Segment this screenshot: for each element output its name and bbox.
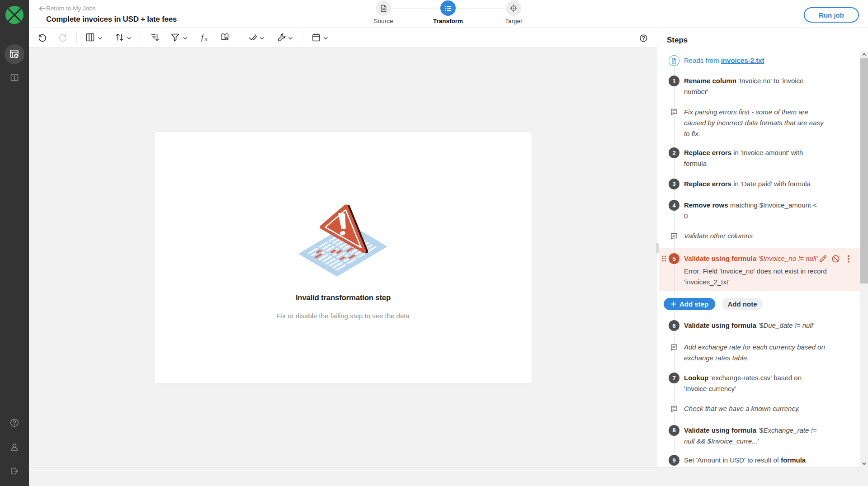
svg-text:x: x (204, 35, 208, 42)
svg-text:f: f (201, 33, 204, 42)
